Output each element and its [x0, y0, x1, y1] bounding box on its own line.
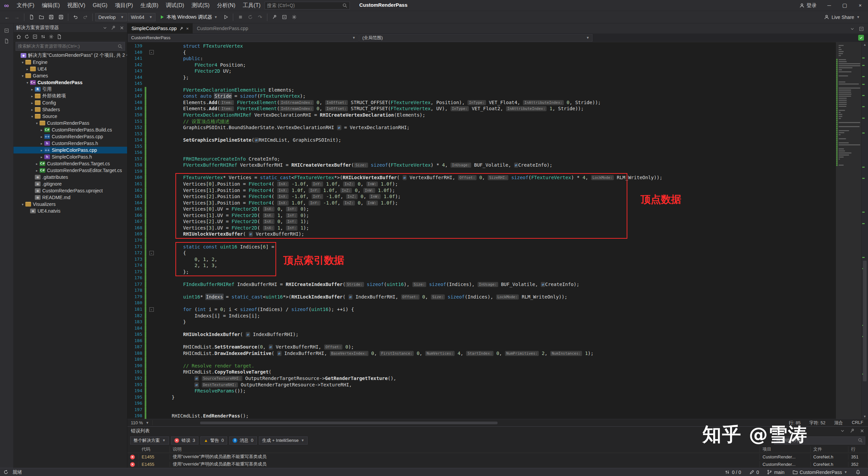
code-line-175[interactable]: 175 };: [127, 269, 836, 275]
code-line-178[interactable]: 178: [127, 287, 836, 294]
code-line-147[interactable]: 147 const auto Stride = sizeof(FTextureV…: [127, 93, 836, 99]
column-line[interactable]: 行: [848, 446, 868, 452]
errors-toggle-button[interactable]: × 错误 3: [171, 436, 198, 445]
tree-item-Games[interactable]: ▾Games: [14, 72, 127, 79]
project-scope-dropdown[interactable]: CustomRenderPass ▼: [128, 34, 359, 42]
messages-toggle-button[interactable]: i 消息 0: [229, 436, 257, 445]
warnings-toggle-button[interactable]: ▲ 警告 0: [200, 436, 227, 445]
menu-item[interactable]: 编辑(E): [38, 0, 64, 11]
menu-item[interactable]: 分析(N): [213, 0, 239, 11]
menu-item[interactable]: 生成(B): [137, 0, 162, 11]
symbol-scope-dropdown[interactable]: (全局范围) ▼: [359, 34, 593, 42]
undo-icon[interactable]: [71, 13, 80, 22]
tree-item-Engine[interactable]: ▾Engine: [14, 59, 127, 66]
scroll-up-icon[interactable]: ▲: [862, 43, 868, 46]
code-line-155[interactable]: 155: [127, 143, 836, 150]
tab-SimpleColorPass.cpp[interactable]: SimpleColorPass.cpp×: [127, 23, 193, 33]
notifications-button[interactable]: [851, 470, 865, 475]
tree-item-CustomRenderPass.Target.cs[interactable]: ▸C#CustomRenderPass.Target.cs: [14, 160, 127, 167]
code-line-189[interactable]: 189: [127, 356, 836, 363]
collapsed-arrow-icon[interactable]: ▸: [39, 155, 44, 159]
code-line-161[interactable]: 161 Vertices[0].Position = FVector4( InX…: [127, 181, 836, 187]
platform-dropdown[interactable]: Win64▼: [128, 13, 155, 21]
pin-icon[interactable]: [179, 26, 184, 31]
error-row[interactable]: ×E1455使用"override"声明的成员函数不能重写基类成员CustomR…: [127, 453, 868, 460]
code-line-194[interactable]: 194 FResolveParams());: [127, 388, 836, 394]
error-row[interactable]: ×E1455使用"override"声明的成员函数不能重写基类成员CustomR…: [127, 460, 868, 468]
tree-item-SimpleColorPass.h[interactable]: ▸hSimpleColorPass.h: [14, 153, 127, 160]
pending-edits-status[interactable]: 0: [745, 470, 763, 475]
tree-item-CustomRenderPass.h[interactable]: ▸hCustomRenderPass.h: [14, 140, 127, 147]
properties-icon[interactable]: [49, 34, 54, 39]
expanded-arrow-icon[interactable]: ▾: [34, 121, 39, 125]
menu-item[interactable]: 测试(S): [188, 0, 213, 11]
column-project[interactable]: 项目: [760, 446, 811, 452]
collapsed-arrow-icon[interactable]: ▸: [30, 94, 34, 98]
code-line-151[interactable]: 151 // 设置顶点格式描述: [127, 118, 836, 125]
close-button[interactable]: ×: [852, 0, 868, 11]
menu-item[interactable]: 调试(D): [162, 0, 188, 11]
code-line-192[interactable]: 192 ⇄ SourceTextureRHI: OutputRenderTarg…: [127, 375, 836, 382]
tree-item-SimpleColorPass.cpp[interactable]: ▸++SimpleColorPass.cpp: [14, 147, 127, 153]
tree-item-CustomRenderPassEditor.Target.cs[interactable]: ▸C#CustomRenderPassEditor.Target.cs: [14, 167, 127, 174]
expanded-arrow-icon[interactable]: ▾: [20, 74, 25, 78]
live-share-button[interactable]: Live Share ▼: [824, 15, 865, 20]
code-line-176[interactable]: 176: [127, 275, 836, 281]
show-all-files-icon[interactable]: [57, 34, 62, 39]
collapsed-arrow-icon[interactable]: ▸: [30, 101, 34, 105]
redo-icon[interactable]: [81, 13, 90, 22]
code-line-165[interactable]: 165 Vertices[0].UV = FVector2D( InX: 0, …: [127, 206, 836, 212]
navigate-forward-icon[interactable]: →: [13, 13, 21, 22]
collapsed-arrow-icon[interactable]: ▸: [34, 162, 39, 166]
code-line-144[interactable]: 144 };: [127, 74, 836, 81]
code-line-198[interactable]: 198RHICmdList.EndRenderPass();: [127, 413, 836, 419]
tree-item-Visualizers[interactable]: ▾Visualizers: [14, 201, 127, 208]
expanded-arrow-icon[interactable]: ▾: [30, 115, 34, 118]
code-line-150[interactable]: 150 FVertexDeclarationRHIRef VertexDecla…: [127, 112, 836, 118]
column-code[interactable]: 代码: [139, 446, 170, 452]
open-file-icon[interactable]: [37, 13, 46, 22]
code-line-188[interactable]: 188 RHICmdList.DrawIndexedPrimitive( ⇄ I…: [127, 350, 836, 357]
save-icon[interactable]: [47, 13, 55, 22]
chevron-down-icon[interactable]: [102, 25, 107, 30]
menu-item[interactable]: Git(G): [89, 0, 111, 11]
menu-item[interactable]: 工具(T): [239, 0, 264, 11]
collapsed-arrow-icon[interactable]: ▸: [39, 142, 44, 145]
code-line-190[interactable]: 190 // Resolve render target.: [127, 363, 836, 369]
collapsed-arrow-icon[interactable]: ▸: [30, 88, 34, 91]
tree-item-解决方案"CustomRenderPass" (2 个项目, 共 2 个)[interactable]: ◆解决方案"CustomRenderPass" (2 个项目, 共 2 个): [14, 52, 127, 59]
code-line-154[interactable]: 154 SetGraphicsPipelineState(⇄RHICmdList…: [127, 137, 836, 143]
code-line-193[interactable]: 193 ⇄ DestTextureRHI: OutputRenderTarget…: [127, 382, 836, 388]
quick-search[interactable]: 搜索 (Ctrl+Q): [265, 2, 350, 9]
code-line-156[interactable]: 156: [127, 149, 836, 156]
code-line-157[interactable]: 157 FRHIResourceCreateInfo CreateInfo;: [127, 156, 836, 162]
error-list-header[interactable]: 错误列表: [127, 427, 868, 435]
collapsed-arrow-icon[interactable]: ▸: [39, 148, 44, 152]
tree-item-CustomRenderPass[interactable]: ▾CustomRenderPass: [14, 120, 127, 126]
tree-item-README.md[interactable]: ≡README.md: [14, 194, 127, 201]
maximize-button[interactable]: ▢: [837, 0, 852, 11]
code-line-149[interactable]: 149 Elements.Add(Item: FVertexElement(In…: [127, 105, 836, 112]
code-line-169[interactable]: 169 RHIUnlockVertexBuffer( ⇄ VertexBuffe…: [127, 231, 836, 237]
code-line-158[interactable]: 158 FVertexBufferRHIRef VertexBufferRHI …: [127, 162, 836, 168]
fold-marker-icon[interactable]: -: [149, 307, 154, 312]
code-line-148[interactable]: 148 Elements.Add(Item: FVertexElement(In…: [127, 99, 836, 106]
line-ending-indicator[interactable]: CRLF: [852, 420, 863, 426]
code-line-139[interactable]: 139 struct FTextureVertex: [127, 43, 836, 49]
navigate-back-icon[interactable]: ←: [3, 13, 11, 22]
column-description[interactable]: 说明: [170, 446, 760, 452]
chevron-down-icon[interactable]: [840, 428, 845, 433]
tree-item-CustomRenderPass.uproject[interactable]: ≡CustomRenderPass.uproject: [14, 187, 127, 194]
code-line-160[interactable]: 160 FTextureVertex* Vertices = static_ca…: [127, 174, 836, 181]
indentation-indicator[interactable]: 混合: [834, 420, 843, 426]
code-line-181[interactable]: 181- for (int i = 0; i < sizeof(Indices)…: [127, 306, 836, 313]
expanded-arrow-icon[interactable]: ▾: [25, 81, 30, 85]
code-line-179[interactable]: 179 uint16* Indexs = static_cast<uint16*…: [127, 294, 836, 300]
code-line-167[interactable]: 167 Vertices[2].UV = FVector2D( InX: 0, …: [127, 218, 836, 225]
outline-icon[interactable]: [280, 13, 289, 22]
code-line-145[interactable]: 145: [127, 80, 836, 87]
code-line-166[interactable]: 166 Vertices[1].UV = FVector2D( InX: 1, …: [127, 212, 836, 219]
tree-item-Config[interactable]: ▸Config: [14, 99, 127, 106]
collapse-all-icon[interactable]: [32, 34, 38, 39]
code-line-183[interactable]: 183 }: [127, 319, 836, 325]
